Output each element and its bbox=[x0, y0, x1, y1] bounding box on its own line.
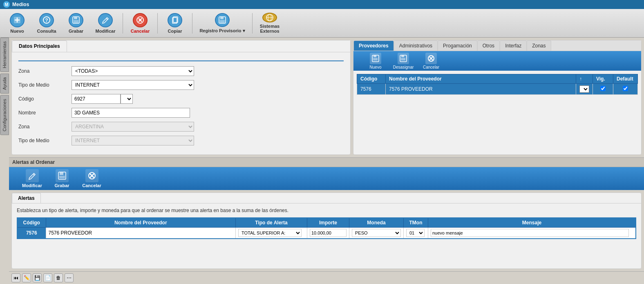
mensaje-input[interactable] bbox=[431, 229, 629, 237]
alert-toolbar: Modificar Grabar Cancelar bbox=[9, 167, 644, 190]
configuraciones-tab[interactable]: Configuraciones bbox=[0, 95, 9, 135]
nav-first-button[interactable]: ⏮ bbox=[11, 273, 20, 282]
svg-rect-20 bbox=[373, 55, 376, 57]
tipo-medio-label: Tipo de Medio bbox=[18, 82, 72, 88]
tab-zonas[interactable]: Zonas bbox=[527, 40, 551, 51]
nombre-input[interactable] bbox=[72, 108, 190, 118]
nav-delete-button[interactable]: 🗑 bbox=[54, 273, 63, 282]
right-tab-header: Proveedores Administrativos Progamación … bbox=[353, 40, 641, 51]
tmon-select[interactable]: 01 bbox=[406, 229, 425, 237]
codigo-input[interactable] bbox=[72, 94, 121, 104]
registro-button[interactable]: Registro Provisorio ▾ bbox=[196, 11, 249, 35]
alert-row-importe[interactable] bbox=[307, 228, 349, 239]
alertas-header: Alertas al Ordenar bbox=[9, 157, 644, 167]
svg-rect-14 bbox=[220, 17, 224, 19]
zona-row: Zona <TODAS> bbox=[18, 66, 344, 76]
main-toolbar: Nuevo ? Consulta Grabar Modificar Cancel… bbox=[0, 9, 644, 38]
prov-row-vig[interactable] bbox=[593, 84, 613, 95]
nuevo-icon bbox=[10, 13, 25, 27]
prov-desasignar-button[interactable]: Desasignar bbox=[391, 53, 416, 69]
svg-text:?: ? bbox=[45, 18, 48, 23]
alert-row-mensaje[interactable] bbox=[428, 228, 636, 239]
alert-row-codigo: 7576 bbox=[17, 228, 46, 239]
prov-toolbar: Nuevo Desasignar Cancelar bbox=[353, 51, 641, 71]
tipo-medio-select[interactable]: INTERNET bbox=[72, 80, 194, 90]
svg-rect-6 bbox=[74, 17, 77, 19]
zona-select[interactable]: <TODAS> bbox=[72, 66, 194, 76]
codigo-select[interactable]: ▼ bbox=[121, 94, 133, 104]
cancelar-button[interactable]: Cancelar bbox=[126, 11, 154, 35]
cancelar-icon bbox=[133, 13, 148, 27]
alert-row-tmon[interactable]: 01 bbox=[404, 228, 428, 239]
nuevo-button[interactable]: Nuevo bbox=[3, 11, 31, 35]
sistemas-icon bbox=[262, 13, 277, 22]
alert-col-importe: Importe bbox=[307, 218, 349, 228]
ayuda-tab[interactable]: Ayuda bbox=[0, 74, 9, 94]
copiar-button[interactable]: Copiar bbox=[161, 11, 189, 35]
alert-col-mensaje: Mensaje bbox=[428, 218, 636, 228]
nombre-row: Nombre bbox=[18, 108, 344, 118]
alertas-tab-header: Alertas bbox=[12, 193, 641, 203]
nav-save-button[interactable]: 💾 bbox=[33, 273, 42, 282]
zona-label: Zona bbox=[18, 68, 72, 74]
tipo-alerta-select[interactable]: TOTAL SUPERIOR A: bbox=[238, 229, 302, 237]
tab-programacion[interactable]: Progamación bbox=[438, 40, 477, 51]
alertas-tab[interactable]: Alertas bbox=[12, 193, 41, 203]
modificar-button[interactable]: Modificar bbox=[92, 11, 119, 35]
left-tab-header: Datos Principales bbox=[12, 40, 350, 52]
tipo-medio2-label: Tipo de Medio bbox=[18, 138, 72, 143]
svg-rect-21 bbox=[373, 58, 378, 60]
alert-cancelar-label: Cancelar bbox=[82, 183, 101, 188]
grabar-button[interactable]: Grabar bbox=[62, 11, 90, 35]
nav-extra-button[interactable]: ⋯ bbox=[65, 273, 74, 282]
alert-row-nombre: 7576 PROVEEDOR bbox=[46, 228, 236, 239]
modificar-icon bbox=[98, 13, 113, 27]
tab-proveedores[interactable]: Proveedores bbox=[353, 40, 394, 51]
alert-cancelar-button[interactable]: Cancelar bbox=[78, 169, 105, 188]
moneda-select[interactable]: PESO bbox=[352, 229, 401, 237]
codigo-label: Código bbox=[18, 96, 72, 102]
app-icon: M bbox=[3, 1, 10, 8]
svg-rect-7 bbox=[74, 20, 78, 23]
bottom-nav: ⏮ ✏️ 💾 📄 🗑 ⋯ bbox=[9, 271, 644, 284]
sistemas-button[interactable]: Sistemas Externos bbox=[256, 11, 284, 35]
zona2-row: Zona ARGENTINA bbox=[18, 122, 344, 132]
copiar-label: Copiar bbox=[168, 29, 182, 34]
modificar-label: Modificar bbox=[96, 29, 116, 34]
prov-col-vig: Vig. bbox=[593, 74, 613, 84]
prov-row-default[interactable] bbox=[613, 84, 638, 95]
svg-rect-30 bbox=[59, 176, 65, 179]
nav-edit-button[interactable]: ✏️ bbox=[22, 273, 31, 282]
importe-input[interactable] bbox=[310, 229, 347, 237]
app-title: Medios bbox=[12, 2, 29, 7]
tab-otros[interactable]: Otros bbox=[477, 40, 500, 51]
nav-copy-button[interactable]: 📄 bbox=[43, 273, 52, 282]
tab-interfaz[interactable]: Interfaz bbox=[500, 40, 527, 51]
table-row[interactable]: 7576 7576 PROVEEDOR TOTAL SUPERIOR A: bbox=[17, 228, 636, 239]
alert-modificar-button[interactable]: Modificar bbox=[19, 169, 45, 188]
alert-col-codigo: Código bbox=[17, 218, 46, 228]
zona2-label: Zona bbox=[18, 124, 72, 130]
prov-row-arrow[interactable]: ▼ bbox=[576, 84, 593, 95]
table-row[interactable]: 7576 7576 PROVEEDOR ▼ bbox=[357, 84, 638, 95]
prov-row-codigo: 7576 bbox=[357, 84, 386, 95]
nuevo-label: Nuevo bbox=[10, 29, 24, 34]
registro-icon bbox=[215, 13, 230, 27]
alert-col-moneda: Moneda bbox=[349, 218, 404, 228]
datos-principales-tab[interactable]: Datos Principales bbox=[12, 40, 67, 52]
alert-row-moneda[interactable]: PESO bbox=[349, 228, 404, 239]
herramientas-tab[interactable]: Herramientas bbox=[0, 38, 9, 72]
alert-grabar-button[interactable]: Grabar bbox=[49, 169, 75, 188]
sistemas-label: Sistemas Externos bbox=[257, 24, 282, 34]
copiar-icon bbox=[168, 13, 182, 27]
alert-row-tipo[interactable]: TOTAL SUPERIOR A: bbox=[236, 228, 307, 239]
prov-cancelar-button[interactable]: Cancelar bbox=[419, 53, 443, 69]
alert-col-tmon: TMon bbox=[404, 218, 428, 228]
consulta-button[interactable]: ? Consulta bbox=[33, 11, 60, 35]
alert-grabar-label: Grabar bbox=[54, 183, 69, 188]
tab-administrativos[interactable]: Administrativos bbox=[394, 40, 438, 51]
prov-nuevo-button[interactable]: Nuevo bbox=[363, 53, 388, 69]
alert-modificar-label: Modificar bbox=[22, 183, 42, 188]
prov-desasignar-icon bbox=[398, 53, 409, 64]
alert-grabar-icon bbox=[56, 169, 69, 182]
